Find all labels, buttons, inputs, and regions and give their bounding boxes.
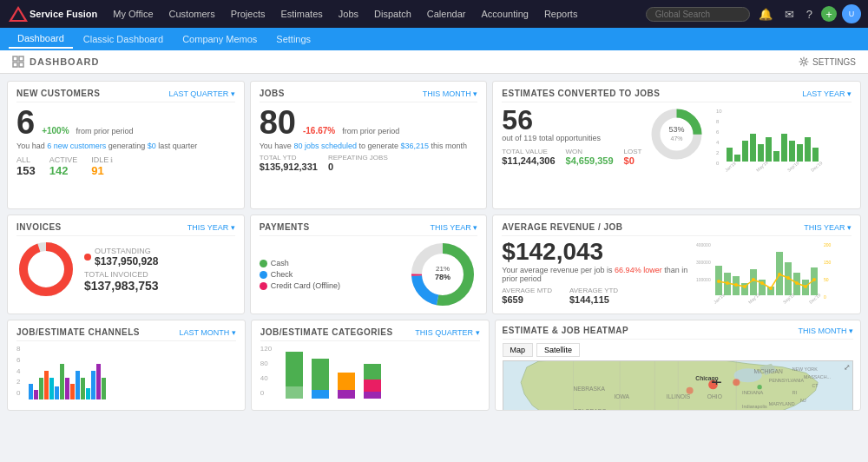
cash-dot: [260, 260, 267, 267]
channels-svg: [25, 345, 164, 404]
avatar[interactable]: U: [842, 4, 861, 23]
svg-rect-85: [76, 371, 80, 399]
avg-revenue-left: $142,043 Your average revenue per job is…: [502, 240, 688, 312]
subnav-settings[interactable]: Settings: [267, 30, 319, 48]
svg-rect-22: [766, 137, 772, 162]
svg-point-64: [786, 276, 790, 280]
svg-text:INDIANA: INDIANA: [742, 390, 763, 395]
logo-icon: [7, 4, 30, 23]
estimates-period[interactable]: LAST YEAR ▾: [802, 89, 852, 98]
jobs-stat-ytd: TOTAL YTD $135,912,331: [260, 154, 318, 172]
stat-all: ALL 153: [16, 155, 36, 177]
svg-text:Dec'19: Dec'19: [810, 160, 824, 173]
svg-rect-99: [364, 392, 381, 399]
heatmap-period[interactable]: THIS MONTH ▾: [799, 327, 854, 335]
svg-rect-83: [65, 378, 69, 399]
nav-calendar[interactable]: Calendar: [420, 5, 473, 23]
estimates-bars-svg: 10 8 6 4 2 0: [716, 106, 829, 175]
svg-rect-19: [742, 141, 748, 162]
row-3: JOB/ESTIMATE CHANNELS LAST MONTH ▾ 8 6 4…: [7, 320, 861, 411]
nav-dispatch[interactable]: Dispatch: [367, 5, 418, 23]
jobs-change-suffix: from prior period: [342, 127, 399, 135]
jobs-stat-repeating: REPEATING JOBS 0: [328, 154, 388, 172]
svg-rect-3: [19, 56, 23, 61]
search-input[interactable]: [646, 7, 750, 22]
payment-check: Check: [260, 270, 400, 279]
invoices-period[interactable]: THIS YEAR ▾: [187, 223, 235, 232]
svg-point-105: [757, 385, 761, 389]
nav-customers[interactable]: Customers: [162, 5, 222, 23]
nav-jobs[interactable]: Jobs: [332, 5, 365, 23]
svg-text:MASSACH...: MASSACH...: [804, 374, 831, 380]
svg-text:Dec'19: Dec'19: [807, 292, 821, 305]
svg-point-66: [804, 285, 807, 288]
est-total-won: WON $4,659,359: [566, 148, 614, 166]
nav-myoffice[interactable]: My Office: [106, 5, 160, 23]
logo[interactable]: Service Fusion: [7, 4, 97, 23]
map-tabs: Map Satellite: [503, 343, 853, 357]
new-customers-big: 6 +100% from prior period: [16, 106, 235, 139]
avg-revenue-period[interactable]: THIS YEAR ▾: [804, 223, 852, 232]
cc-label: Credit Card (Offline): [271, 281, 340, 290]
new-customers-period[interactable]: LAST QUARTER ▾: [168, 89, 234, 98]
sub-nav: Dashboard Classic Dashboard Company Memo…: [0, 28, 868, 50]
payments-period[interactable]: THIS YEAR ▾: [430, 223, 477, 232]
nav-estimates[interactable]: Estimates: [273, 5, 329, 23]
svg-point-34: [23, 247, 69, 292]
svg-rect-95: [338, 373, 355, 390]
new-customers-card: NEW CUSTOMERS LAST QUARTER ▾ 6 +100% fro…: [7, 81, 245, 209]
notifications-icon[interactable]: 🔔: [755, 8, 776, 21]
estimates-bar-chart: 10 8 6 4 2 0: [716, 106, 852, 178]
page-header: DASHBOARD SETTINGS: [0, 50, 868, 74]
estimates-header: ESTIMATES CONVERTED TO JOBS LAST YEAR ▾: [502, 89, 852, 102]
payment-cc: Credit Card (Offline): [260, 281, 400, 290]
svg-rect-84: [70, 384, 75, 399]
payments-title: PAYMENTS: [260, 222, 310, 232]
map-tab-map[interactable]: Map: [503, 343, 534, 357]
stat-idle: IDLE ℹ 91: [91, 155, 113, 177]
svg-text:CT: CT: [812, 383, 819, 388]
gear-icon: [799, 56, 809, 67]
invoices-outstanding: OUTSTANDING $137,950,928: [84, 247, 159, 267]
svg-rect-96: [338, 390, 355, 399]
svg-rect-97: [364, 364, 381, 380]
row-1: NEW CUSTOMERS LAST QUARTER ▾ 6 +100% fro…: [7, 81, 861, 209]
categories-period[interactable]: THIS QUARTER ▾: [415, 328, 479, 337]
top-nav: Service Fusion My Office Customers Proje…: [0, 0, 868, 28]
svg-text:47%: 47%: [671, 135, 683, 142]
settings-button[interactable]: SETTINGS: [799, 56, 856, 67]
cash-label: Cash: [271, 259, 289, 267]
subnav-classic[interactable]: Classic Dashboard: [75, 30, 172, 48]
jobs-period[interactable]: THIS MONTH ▾: [423, 89, 478, 98]
svg-text:Sep'19: Sep'19: [781, 292, 795, 305]
jobs-change: -16.67%: [303, 126, 335, 135]
nav-projects[interactable]: Projects: [224, 5, 273, 23]
subnav-memos[interactable]: Company Memos: [174, 30, 266, 48]
channels-period[interactable]: LAST MONTH ▾: [179, 328, 235, 337]
avg-mtd: AVERAGE MTD $659: [502, 287, 552, 305]
nav-reports[interactable]: Reports: [537, 5, 585, 23]
channels-header: JOB/ESTIMATE CHANNELS LAST MONTH ▾: [16, 327, 236, 341]
svg-rect-2: [13, 56, 17, 61]
svg-rect-90: [102, 378, 106, 399]
svg-rect-5: [19, 63, 23, 67]
svg-text:Indianapolis: Indianapolis: [742, 404, 767, 409]
map-expand-icon[interactable]: ⤢: [844, 363, 851, 372]
add-icon[interactable]: +: [821, 6, 837, 22]
estimates-donut: 53% 47%: [648, 106, 705, 162]
svg-text:PENNSYLVANIA: PENNSYLVANIA: [768, 378, 804, 383]
app-name: Service Fusion: [30, 9, 97, 19]
svg-text:100000: 100000: [696, 277, 711, 282]
help-icon[interactable]: ?: [803, 8, 816, 21]
svg-point-67: [812, 278, 816, 281]
subnav-dashboard[interactable]: Dashboard: [9, 30, 73, 49]
svg-point-61: [760, 281, 764, 285]
avg-revenue-content: $142,043 Your average revenue per job is…: [502, 240, 852, 312]
nav-accounting[interactable]: Accounting: [474, 5, 535, 23]
svg-text:150: 150: [824, 260, 832, 265]
categories-chart-area: 120 80 40 0: [260, 345, 480, 404]
map-tab-satellite[interactable]: Satellite: [536, 343, 580, 357]
check-label: Check: [271, 270, 293, 279]
heatmap-header: ESTIMATE & JOB HEATMAP THIS MONTH ▾: [503, 326, 853, 340]
messages-icon[interactable]: ✉: [781, 8, 798, 21]
